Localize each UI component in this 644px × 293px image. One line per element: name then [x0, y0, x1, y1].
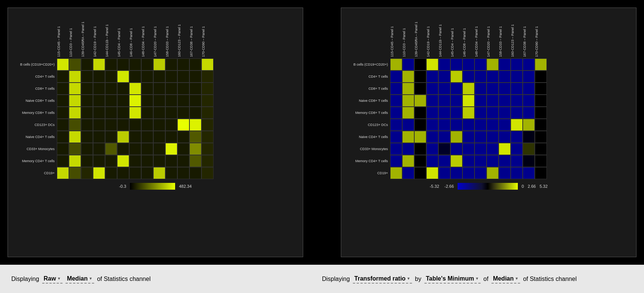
heatmap-cell [523, 131, 535, 143]
heatmap-cell [141, 107, 153, 119]
heatmap-cell [523, 155, 535, 167]
heatmap-cell [511, 167, 523, 179]
heatmap-cell [414, 95, 426, 107]
heatmap-cell [438, 143, 450, 155]
heatmap-cell [93, 83, 105, 95]
row-label: Naive CD4+ T cells [12, 131, 57, 143]
heatmap-row [390, 119, 547, 131]
heatmap-cell [69, 155, 81, 167]
right-transformed-dropdown[interactable]: Transformed ratio [353, 275, 412, 284]
heatmap-cell [189, 58, 201, 71]
left-median-dropdown[interactable]: Median [66, 275, 94, 284]
heatmap-cell [487, 143, 499, 155]
heatmap-cell [535, 107, 547, 119]
heatmap-cell [141, 95, 153, 107]
heatmap-cell [165, 58, 177, 71]
right-displaying-label: Displaying [322, 276, 350, 282]
heatmap-cell [511, 71, 523, 83]
col-label: 139-CD45RA – Panel 1 [414, 12, 426, 57]
heatmap-cell [141, 58, 153, 71]
heatmap-cell [390, 167, 402, 179]
heatmap-cell [535, 131, 547, 143]
heatmap-cell [189, 131, 201, 143]
heatmap-cell [57, 119, 69, 131]
heatmap-cell [462, 119, 475, 131]
heatmap-cell [189, 119, 201, 131]
heatmap-row [57, 95, 214, 107]
right-legend-mid2: 0 [522, 184, 524, 189]
heatmap-cell [402, 71, 414, 83]
heatmap-cell [105, 155, 117, 167]
right-column-labels: 115-CD45 – Panel 1110-CD3 – Panel 1139-C… [390, 12, 632, 57]
heatmap-cell [129, 167, 141, 179]
col-label: 170-CD90 – Panel 1 [201, 12, 214, 57]
heatmap-cell [153, 58, 165, 71]
heatmap-cell [414, 131, 426, 143]
heatmap-cell [426, 71, 438, 83]
right-heatmap-panel: 115-CD45 – Panel 1110-CD3 – Panel 1139-C… [341, 8, 636, 257]
heatmap-cell [57, 131, 69, 143]
main-area: 115-CD45 – Panel 1110-CD3 – Panel 1139-C… [0, 0, 644, 265]
row-label: CD8+ T cells [345, 83, 390, 95]
center-spacer [311, 4, 333, 261]
right-table-min-dropdown[interactable]: Table's Minimum [424, 275, 481, 284]
heatmap-row [390, 95, 547, 107]
heatmap-cell [426, 131, 438, 143]
heatmap-cell [69, 119, 81, 131]
heatmap-cell [402, 155, 414, 167]
heatmap-cell [201, 83, 214, 95]
right-median-dropdown[interactable]: Median [491, 275, 520, 284]
col-label: 167-CD38 – Panel 1 [523, 12, 535, 57]
heatmap-cell [165, 107, 177, 119]
heatmap-cell [487, 83, 499, 95]
heatmap-cell [438, 95, 450, 107]
heatmap-cell [177, 107, 189, 119]
heatmap-cell [153, 131, 165, 143]
heatmap-cell [117, 167, 129, 179]
heatmap-cell [462, 143, 475, 155]
heatmap-cell [426, 107, 438, 119]
heatmap-cell [499, 119, 511, 131]
heatmap-cell [414, 107, 426, 119]
heatmap-cell [450, 95, 462, 107]
row-label: B cells (CD19+CD20+) [345, 58, 390, 71]
heatmap-cell [93, 167, 105, 179]
heatmap-cell [81, 95, 93, 107]
left-raw-dropdown[interactable]: Raw [42, 275, 63, 284]
heatmap-cell [475, 155, 487, 167]
heatmap-cell [153, 83, 165, 95]
col-label: 115-CD45 – Panel 1 [57, 12, 69, 57]
heatmap-cell [129, 155, 141, 167]
col-label: 110-CD3 – Panel 1 [402, 12, 414, 57]
col-label: 167-CD38 – Panel 1 [189, 12, 201, 57]
heatmap-cell [475, 167, 487, 179]
heatmap-cell [93, 58, 105, 71]
col-label: 160-CD123 – Panel 1 [511, 12, 523, 57]
heatmap-cell [402, 58, 414, 71]
heatmap-row [390, 155, 547, 167]
heatmap-cell [414, 71, 426, 83]
heatmap-cell [117, 143, 129, 155]
heatmap-cell [189, 167, 201, 179]
heatmap-cell [475, 83, 487, 95]
heatmap-cell [189, 83, 201, 95]
right-legend-mid3: 2.66 [528, 184, 536, 189]
heatmap-cell [438, 155, 450, 167]
heatmap-cell [511, 58, 523, 71]
heatmap-row [57, 83, 214, 95]
heatmap-cell [438, 131, 450, 143]
row-label: CD4+ T cells [345, 71, 390, 83]
heatmap-cell [177, 58, 189, 71]
heatmap-cell [450, 155, 462, 167]
heatmap-cell [438, 58, 450, 71]
heatmap-cell [523, 71, 535, 83]
heatmap-cell [153, 95, 165, 107]
heatmap-cell [462, 155, 475, 167]
heatmap-cell [414, 167, 426, 179]
heatmap-row [57, 58, 214, 71]
heatmap-row [57, 107, 214, 119]
heatmap-cell [81, 71, 93, 83]
row-label: CD19+ [345, 167, 390, 179]
col-label: 142-CD19 – Panel 1 [93, 12, 105, 57]
heatmap-cell [141, 167, 153, 179]
